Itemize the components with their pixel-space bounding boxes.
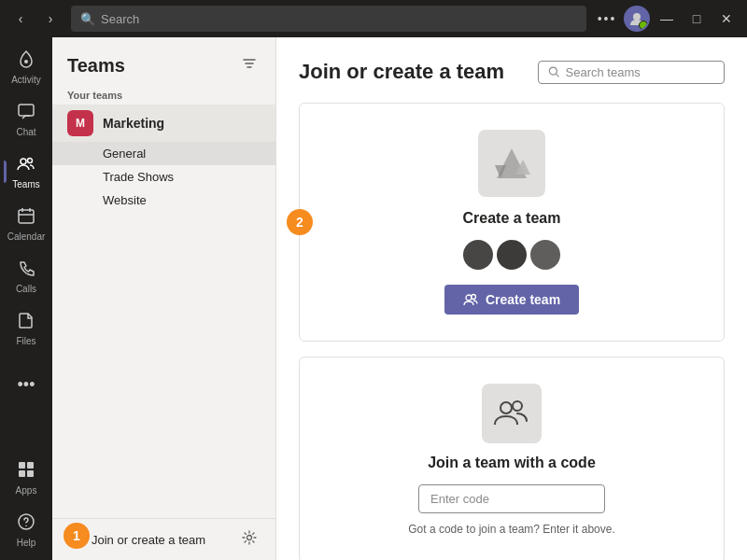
svg-point-3 (21, 159, 26, 164)
join-card-title: Join a team with a code (428, 455, 596, 471)
app-body: Activity Chat Teams (0, 37, 747, 560)
svg-point-11 (25, 525, 27, 527)
avatar-2 (497, 240, 527, 270)
channel-name-website: Website (103, 193, 147, 207)
teams-panel: Teams Your teams M Marketing ••• General… (52, 37, 276, 560)
create-team-button-label: Create team (486, 292, 560, 307)
svg-point-4 (28, 159, 33, 163)
teams-label: Teams (12, 179, 39, 189)
settings-button[interactable] (238, 526, 261, 553)
svg-rect-8 (19, 470, 25, 477)
forward-button[interactable]: › (37, 6, 63, 32)
activity-icon (17, 49, 35, 73)
chat-label: Chat (16, 127, 35, 137)
join-team-svg-icon (493, 395, 530, 432)
channel-name-tradeshows: Trade Shows (103, 170, 174, 184)
teams-panel-bottom[interactable]: Join or create a team 1 (52, 518, 275, 560)
svg-point-14 (247, 536, 252, 540)
sidebar-icons: Activity Chat Teams (0, 37, 52, 560)
main-content: Join or create a team 2 (276, 37, 747, 560)
code-input[interactable] (418, 484, 605, 513)
create-card-title: Create a team (463, 210, 561, 227)
titlebar-actions: ••• — □ ✕ (594, 6, 740, 32)
search-icon: 🔍 (80, 12, 95, 26)
search-teams-icon (548, 65, 560, 78)
chat-icon (17, 102, 35, 125)
svg-point-21 (500, 402, 512, 413)
calendar-label: Calendar (7, 231, 46, 242)
channel-item-general[interactable]: General (52, 142, 275, 165)
channel-name-general: General (103, 147, 146, 161)
help-icon (17, 512, 35, 536)
sidebar-item-chat[interactable]: Chat (4, 93, 49, 146)
calls-icon (17, 259, 35, 282)
svg-rect-7 (27, 462, 34, 469)
join-team-card: Join a team with a code Got a code to jo… (299, 357, 725, 560)
avatar-row (463, 240, 560, 270)
calls-label: Calls (16, 284, 36, 294)
sidebar-item-apps[interactable]: Apps (4, 452, 49, 504)
your-teams-label: Your teams (52, 86, 275, 105)
titlebar: ‹ › 🔍 ••• — □ ✕ (0, 0, 747, 37)
code-hint: Got a code to join a team? Enter it abov… (408, 523, 614, 536)
titlebar-nav: ‹ › (7, 6, 63, 32)
main-title: Join or create a team (299, 60, 504, 84)
apps-label: Apps (16, 485, 37, 496)
channel-item-website[interactable]: Website (52, 189, 275, 212)
main-header: Join or create a team (299, 60, 725, 84)
team-avatar-marketing: M (67, 110, 93, 136)
avatar-3 (530, 240, 560, 270)
files-icon (17, 311, 35, 334)
calendar-icon (17, 206, 35, 230)
titlebar-search-box[interactable]: 🔍 (71, 6, 586, 32)
teams-panel-title: Teams (67, 55, 125, 77)
team-name-marketing: Marketing (103, 116, 237, 131)
join-team-icon-area (482, 384, 542, 443)
teams-icon (17, 154, 35, 177)
teams-panel-header: Teams (52, 37, 275, 86)
svg-point-1 (24, 60, 28, 63)
sidebar-item-calls[interactable]: Calls (4, 250, 49, 302)
sidebar-item-files[interactable]: Files (4, 302, 49, 355)
filter-button[interactable] (238, 52, 261, 78)
search-teams-input[interactable] (566, 65, 714, 79)
create-team-button-icon (463, 292, 478, 307)
channel-item-tradeshows[interactable]: Trade Shows (52, 165, 275, 189)
svg-rect-2 (19, 105, 34, 116)
svg-point-15 (549, 67, 557, 75)
more-button[interactable]: ••• (594, 6, 620, 32)
svg-rect-9 (27, 470, 34, 477)
sidebar-item-more[interactable]: ••• (4, 358, 49, 411)
activity-label: Activity (11, 75, 41, 85)
close-button[interactable]: ✕ (713, 6, 740, 32)
more-icon: ••• (18, 375, 35, 395)
apps-icon (17, 460, 35, 483)
join-create-label: Join or create a team (92, 533, 205, 547)
files-label: Files (16, 336, 35, 346)
svg-rect-5 (19, 210, 34, 223)
svg-point-0 (633, 13, 641, 21)
avatar-1 (463, 240, 493, 270)
badge-step-1: 1 (63, 523, 90, 549)
help-label: Help (17, 538, 36, 548)
create-team-button[interactable]: Create team (444, 285, 579, 315)
sidebar-item-activity[interactable]: Activity (4, 41, 49, 93)
badge-step-2: 2 (287, 209, 313, 235)
back-button[interactable]: ‹ (7, 6, 34, 32)
sidebar-item-teams[interactable]: Teams (4, 146, 49, 198)
maximize-button[interactable]: □ (684, 6, 710, 32)
svg-point-22 (513, 401, 522, 411)
sidebar-item-calendar[interactable]: Calendar (4, 198, 49, 250)
create-team-icon-area (478, 130, 545, 197)
team-item-marketing[interactable]: M Marketing ••• (52, 105, 275, 142)
svg-rect-6 (19, 462, 25, 469)
create-team-svg-icon (487, 139, 536, 188)
search-teams-box[interactable] (538, 61, 725, 84)
sidebar-item-help[interactable]: Help (4, 504, 49, 556)
avatar[interactable] (624, 6, 650, 32)
minimize-button[interactable]: — (654, 6, 680, 32)
create-team-card: 2 Create a team (299, 103, 725, 342)
titlebar-search-input[interactable] (101, 12, 577, 26)
